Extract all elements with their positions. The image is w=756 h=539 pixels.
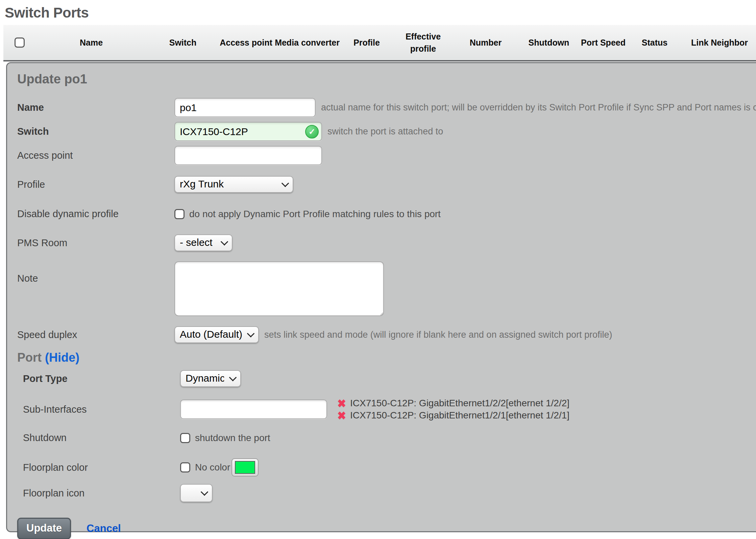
form-title: Update po1: [17, 72, 756, 86]
sub-interfaces-label: Sub-Interfaces: [23, 404, 180, 415]
page-title: Switch Ports: [5, 5, 756, 21]
column-header-link-neighbor[interactable]: Link Neighbor: [683, 36, 756, 49]
select-all-checkbox[interactable]: [15, 37, 25, 48]
access-point-input[interactable]: [174, 146, 322, 165]
form-actions: Update Cancel: [17, 518, 756, 539]
update-form-panel: Update po1 Name actual name for this swi…: [6, 62, 756, 532]
profile-label: Profile: [17, 179, 174, 190]
valid-check-icon: ✓: [305, 125, 319, 138]
note-row: Note: [17, 261, 756, 316]
shutdown-row: Shutdown shutdown the port: [23, 432, 756, 443]
switch-row: Switch ✓ switch the port is attached to: [17, 122, 756, 141]
floorplan-icon-label: Floorplan icon: [23, 488, 180, 499]
profile-select[interactable]: rXg Trunk: [174, 176, 293, 193]
update-button[interactable]: Update: [17, 518, 71, 539]
profile-row: Profile rXg Trunk: [17, 176, 756, 193]
delete-sub-interface-icon[interactable]: ✖: [337, 410, 346, 421]
speed-duplex-select[interactable]: Auto (Default): [174, 326, 259, 343]
access-point-row: Access point: [17, 146, 756, 165]
column-header-switch[interactable]: Switch: [147, 36, 219, 49]
shutdown-label: Shutdown: [23, 432, 180, 443]
port-section-title: Port: [17, 351, 42, 364]
sub-interface-text: ICX7150-C12P: GigabitEthernet1/2/1[ether…: [350, 410, 569, 421]
port-section-heading: Port (Hide): [17, 351, 756, 365]
column-header-profile[interactable]: Profile: [341, 36, 392, 49]
shutdown-checkbox[interactable]: [180, 433, 190, 443]
cancel-link[interactable]: Cancel: [87, 522, 121, 535]
floorplan-icon-select[interactable]: [180, 484, 213, 502]
access-point-label: Access point: [17, 150, 174, 161]
no-color-checkbox[interactable]: [180, 462, 190, 472]
delete-sub-interface-icon[interactable]: ✖: [337, 398, 346, 409]
switch-input[interactable]: [174, 122, 322, 141]
name-input[interactable]: [174, 98, 316, 117]
note-label: Note: [17, 261, 174, 284]
column-header-access-point[interactable]: Access point: [219, 36, 273, 49]
sub-interfaces-input[interactable]: [180, 400, 327, 419]
floorplan-icon-row: Floorplan icon: [23, 484, 756, 502]
no-color-label: No color: [195, 462, 230, 473]
speed-duplex-row: Speed duplex Auto (Default) sets link sp…: [17, 326, 756, 343]
list-item: ✖ ICX7150-C12P: GigabitEthernet1/2/2[eth…: [337, 398, 569, 409]
disable-dynamic-profile-help: do not apply Dynamic Port Profile matchi…: [189, 209, 441, 220]
sub-interfaces-row: Sub-Interfaces ✖ ICX7150-C12P: GigabitEt…: [23, 398, 756, 421]
pms-room-row: PMS Room - select -: [17, 234, 756, 251]
sub-interface-text: ICX7150-C12P: GigabitEthernet1/2/2[ether…: [350, 398, 569, 409]
floorplan-color-picker-button[interactable]: [231, 458, 259, 477]
floorplan-color-row: Floorplan color No color: [23, 458, 756, 477]
switch-help-text: switch the port is attached to: [327, 126, 443, 137]
column-header-number[interactable]: Number: [454, 36, 517, 49]
column-header-shutdown[interactable]: Shutdown: [517, 36, 580, 49]
disable-dynamic-profile-row: Disable dynamic profile do not apply Dyn…: [17, 208, 756, 220]
list-item: ✖ ICX7150-C12P: GigabitEthernet1/2/1[eth…: [337, 410, 569, 421]
name-help-text: actual name for this switch port; will b…: [321, 102, 756, 113]
table-header: Name Switch Access point Media converter…: [3, 25, 756, 61]
port-type-row: Port Type Dynamic: [23, 370, 756, 387]
floorplan-color-label: Floorplan color: [23, 462, 180, 473]
speed-duplex-label: Speed duplex: [17, 329, 174, 340]
column-header-port-speed[interactable]: Port Speed: [580, 36, 626, 49]
pms-room-label: PMS Room: [17, 237, 174, 249]
color-swatch: [235, 461, 255, 474]
sub-interfaces-list: ✖ ICX7150-C12P: GigabitEthernet1/2/2[eth…: [337, 398, 569, 421]
column-header-media-converter[interactable]: Media converter: [273, 36, 341, 49]
switch-label: Switch: [17, 126, 174, 137]
disable-dynamic-profile-checkbox[interactable]: [174, 209, 185, 219]
port-section-hide-link[interactable]: (Hide): [45, 351, 79, 364]
speed-duplex-help-text: sets link speed and mode (will ignore if…: [264, 330, 612, 340]
column-header-name[interactable]: Name: [35, 36, 147, 49]
port-type-label: Port Type: [23, 373, 180, 384]
disable-dynamic-profile-label: Disable dynamic profile: [17, 208, 174, 220]
note-textarea[interactable]: [174, 261, 384, 316]
name-label: Name: [17, 102, 174, 113]
port-type-select[interactable]: Dynamic: [180, 370, 241, 387]
shutdown-help: shutdown the port: [195, 433, 270, 443]
pms-room-select[interactable]: - select -: [174, 234, 233, 251]
column-header-effective-profile[interactable]: Effective profile: [392, 30, 454, 55]
name-row: Name actual name for this switch port; w…: [17, 98, 756, 117]
column-header-status[interactable]: Status: [626, 36, 683, 49]
